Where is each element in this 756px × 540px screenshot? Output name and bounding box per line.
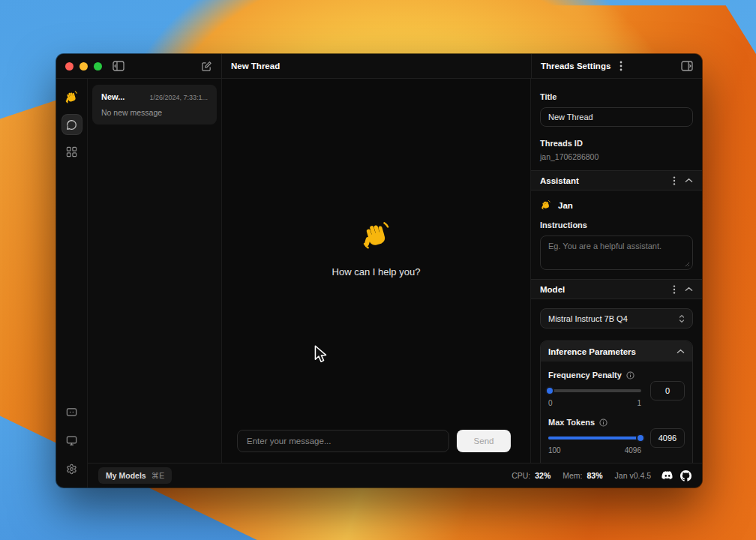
minimize-window-button[interactable] <box>80 62 88 70</box>
message-input[interactable] <box>237 430 449 452</box>
model-header-label: Model <box>540 285 664 294</box>
max-tokens-slider[interactable] <box>548 434 641 442</box>
frequency-penalty-value[interactable]: 0 <box>650 381 685 400</box>
inference-parameters-label: Inference Parameters <box>548 347 676 356</box>
slider-thumb[interactable] <box>545 386 554 395</box>
model-select-value: Mistral Instruct 7B Q4 <box>548 314 628 323</box>
wave-emoji <box>359 220 394 254</box>
collapse-right-panel-icon[interactable] <box>681 61 693 71</box>
max-tokens-param: Max Tokens 100 <box>548 418 685 454</box>
titlebar: New Thread Threads Settings <box>56 54 702 79</box>
github-icon[interactable] <box>680 470 692 482</box>
traffic-lights <box>65 62 102 70</box>
select-updown-icon <box>679 314 685 323</box>
info-icon[interactable] <box>599 418 608 427</box>
settings-gear-icon[interactable] <box>62 459 82 478</box>
info-icon[interactable] <box>626 371 634 380</box>
my-models-shortcut: ⌘E <box>152 471 165 480</box>
textarea-resize-handle[interactable] <box>685 262 690 267</box>
frequency-penalty-slider[interactable] <box>548 386 641 395</box>
frequency-penalty-label: Frequency Penalty <box>548 370 622 380</box>
app-version: Jan v0.4.5 <box>615 471 651 480</box>
zoom-window-button[interactable] <box>94 62 102 70</box>
threads-id-value: jan_1706286800 <box>540 152 693 161</box>
hub-nav-icon[interactable] <box>62 142 82 161</box>
mem-value: 83% <box>587 471 603 480</box>
assistant-name: Jan <box>558 201 573 210</box>
local-api-server-icon[interactable] <box>62 402 82 422</box>
max-tokens-label: Max Tokens <box>548 418 595 427</box>
slider-max: 1 <box>637 399 641 407</box>
thread-list-item[interactable]: New... 1/26/2024, 7:33:1... No new messa… <box>92 85 217 124</box>
assistant-header-label: Assistant <box>540 176 664 185</box>
title-label: Title <box>540 92 693 101</box>
thread-preview: No new message <box>101 108 208 117</box>
mem-label: Mem: <box>562 471 582 480</box>
model-collapse-chevron-up-icon[interactable] <box>685 286 693 292</box>
close-window-button[interactable] <box>65 62 74 70</box>
slider-max: 4096 <box>625 446 641 454</box>
inference-parameters-card: Inference Parameters Frequency Penalty <box>540 340 693 463</box>
inference-parameters-header[interactable]: Inference Parameters <box>541 341 692 362</box>
thread-list-panel: New... 1/26/2024, 7:33:1... No new messa… <box>88 79 221 463</box>
collapse-left-panel-icon[interactable] <box>112 61 124 71</box>
jan-logo-wave-icon[interactable] <box>62 88 82 107</box>
thread-timestamp: 1/26/2024, 7:33:1... <box>149 94 208 101</box>
frequency-penalty-param: Frequency Penalty 0 <box>548 370 685 407</box>
max-tokens-value[interactable]: 4096 <box>650 428 685 448</box>
assistant-menu-icon[interactable] <box>673 176 676 185</box>
cpu-value: 32% <box>535 471 550 480</box>
message-composer: Send <box>237 430 511 452</box>
threads-settings-title: Threads Settings <box>541 62 610 70</box>
instructions-label: Instructions <box>540 220 693 230</box>
inference-collapse-chevron-up-icon[interactable] <box>676 349 685 354</box>
discord-icon[interactable] <box>662 471 674 481</box>
assistant-identity: Jan <box>540 200 693 212</box>
model-select[interactable]: Mistral Instruct 7B Q4 <box>540 308 693 328</box>
model-section-header[interactable]: Model <box>531 279 702 299</box>
status-bar: My Models ⌘E CPU: 32% Mem: 83% Jan v0.4.… <box>88 463 702 488</box>
assistant-section-header[interactable]: Assistant <box>531 170 702 190</box>
assistant-wave-icon <box>540 200 552 212</box>
titlebar-left-section <box>56 54 221 78</box>
icon-ribbon <box>56 79 88 488</box>
greeting-text: How can I help you? <box>332 266 421 278</box>
chat-panel: How can I help you? Send <box>221 79 531 463</box>
slider-min: 0 <box>548 399 553 407</box>
slider-thumb[interactable] <box>636 434 645 442</box>
threads-nav-icon[interactable] <box>62 115 82 134</box>
threads-id-label: Threads ID <box>540 139 693 148</box>
thread-title-input[interactable] <box>540 107 693 127</box>
slider-min: 100 <box>548 446 561 454</box>
my-models-button[interactable]: My Models ⌘E <box>98 467 172 484</box>
send-button[interactable]: Send <box>457 430 511 452</box>
titlebar-right-section: Threads Settings <box>531 54 702 78</box>
jan-app-window: New Thread Threads Settings <box>56 54 702 488</box>
chat-panel-title: New Thread <box>221 54 531 78</box>
threads-settings-panel: Title Threads ID jan_1706286800 Assistan… <box>531 79 702 463</box>
model-menu-icon[interactable] <box>673 285 676 294</box>
threads-settings-menu-icon[interactable] <box>620 61 622 71</box>
cpu-label: CPU: <box>512 471 530 480</box>
instructions-textarea[interactable] <box>540 236 693 270</box>
thread-title: New... <box>101 92 124 101</box>
system-monitor-icon[interactable] <box>62 430 82 450</box>
new-thread-icon[interactable] <box>201 61 212 72</box>
assistant-collapse-chevron-up-icon[interactable] <box>685 178 693 183</box>
my-models-label: My Models <box>106 471 146 480</box>
